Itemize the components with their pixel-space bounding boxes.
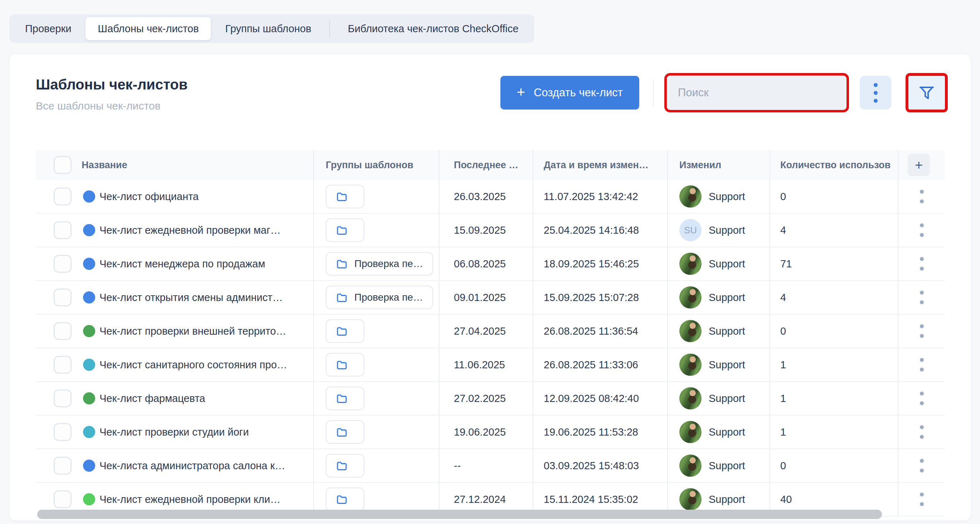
row-checkbox[interactable] [54,255,72,273]
avatar [679,253,702,275]
group-chip[interactable] [326,319,364,343]
modified-by-name: Support [709,325,745,337]
column-modified-by[interactable]: Изменил [679,159,721,171]
card-header: Шаблоны чек-листов Все шаблоны чек-листо… [36,76,945,112]
tab-checklist-templates[interactable]: Шаблоны чек-листов [86,17,211,40]
row-actions-button[interactable] [916,253,928,274]
tab-template-groups[interactable]: Группы шаблонов [213,17,323,40]
table-row[interactable]: Чек-лист санитарного состояния про… 11.0… [36,348,945,382]
row-actions-button[interactable] [916,287,928,308]
row-actions-button[interactable] [916,354,928,375]
group-chip[interactable] [326,387,364,410]
select-all-checkbox[interactable] [54,156,72,174]
column-name[interactable]: Название [82,159,127,171]
usage-count: 4 [780,225,786,236]
group-chip[interactable] [326,420,364,444]
row-checkbox[interactable] [54,423,72,441]
modified-datetime: 15.11.2024 15:35:02 [544,494,638,505]
template-name: Чек-листа администратора салона к… [100,460,285,472]
template-name: Чек-лист менеджера по продажам [100,258,265,270]
row-actions-button[interactable] [916,186,928,207]
table-row[interactable]: Чек-лист менеджера по продажам Проверка … [36,247,945,281]
template-name: Чек-лист проверки внешней террито… [100,325,286,337]
table-row[interactable]: Чек-лист ежедневной проверки маг… 15.09.… [36,214,945,247]
table-row[interactable]: Чек-листа администратора салона к… -- 03… [36,449,945,483]
table-row[interactable]: Чек-лист проверки внешней террито… 27.04… [36,315,945,348]
table-row[interactable]: Чек-лист открытия смены админист… Провер… [36,281,945,315]
avatar [679,354,702,376]
table-row[interactable]: Чек-лист фармацевта 27.02.2025 12.09.202… [36,382,945,416]
group-chip[interactable] [326,454,364,478]
last-date: -- [454,460,461,472]
group-chip[interactable] [326,487,364,511]
template-name: Чек-лист открытия смены админист… [100,292,283,304]
tab-checkoffice-library[interactable]: Библиотека чек-листов CheckOffice [336,17,531,40]
kebab-menu-icon [874,83,878,87]
group-chip[interactable] [326,218,364,242]
row-checkbox[interactable] [54,188,72,205]
modified-datetime: 03.09.2025 15:48:03 [544,460,639,472]
avatar [679,455,702,477]
row-actions-button[interactable] [916,388,928,409]
row-actions-button[interactable] [916,220,928,240]
template-name: Чек-лист ежедневной проверки кли… [100,494,281,505]
column-usage-count[interactable]: Количество использов [780,159,891,171]
group-chip[interactable]: Проверка пе… [326,252,433,276]
folder-icon [336,426,348,438]
group-chip[interactable]: Проверка пе… [326,286,433,309]
folder-icon [336,325,348,337]
last-date: 27.12.2024 [454,494,506,505]
modified-by-name: Support [709,393,745,405]
avatar [679,421,702,443]
horizontal-scrollbar-thumb[interactable] [37,510,882,519]
tab-checks[interactable]: Проверки [13,17,83,40]
modified-by-name: Support [709,191,745,202]
status-dot-icon [83,460,95,472]
column-template-groups[interactable]: Группы шаблонов [326,159,414,171]
avatar [679,488,702,510]
row-checkbox[interactable] [54,356,72,374]
group-chip[interactable] [326,185,364,208]
template-name: Чек-лист санитарного состояния про… [100,359,287,371]
row-checkbox[interactable] [54,288,72,306]
modified-datetime: 26.08.2025 11:36:54 [544,325,638,337]
last-date: 09.01.2025 [454,292,506,304]
filter-funnel-icon [918,84,935,101]
table-row[interactable]: Чек-лист проверки студии йоги 19.06.2025… [36,416,945,449]
tab-divider [329,20,330,37]
row-checkbox[interactable] [54,491,72,508]
row-checkbox[interactable] [54,389,72,407]
table-row[interactable]: Чек-лист официанта 26.03.2025 11.07.2025… [36,180,945,214]
usage-count: 4 [780,292,786,304]
status-dot-icon [83,358,95,371]
row-actions-button[interactable] [916,422,928,443]
status-dot-icon [83,392,95,405]
status-dot-icon [83,493,95,505]
template-name: Чек-лист проверки студии йоги [100,426,249,438]
row-checkbox[interactable] [54,457,72,475]
template-name: Чек-лист фармацевта [100,393,205,405]
row-actions-button[interactable] [916,321,928,341]
column-last[interactable]: Последнее … [454,159,518,171]
status-dot-icon [83,224,95,236]
row-checkbox[interactable] [54,221,72,239]
add-column-button[interactable]: + [908,154,930,176]
avatar [679,320,702,342]
table-header-row: Название Группы шаблонов Последнее … Дат… [36,150,945,180]
row-actions-button[interactable] [916,489,928,510]
search-input[interactable] [667,76,846,110]
group-chip[interactable] [326,353,364,376]
row-checkbox[interactable] [54,322,72,340]
create-checklist-button[interactable]: + Создать чек-лист [500,76,639,110]
row-actions-button[interactable] [916,455,928,476]
avatar [679,185,702,208]
modified-by-name: Support [709,225,745,236]
templates-table: Название Группы шаблонов Последнее … Дат… [36,150,945,516]
status-dot-icon [83,426,95,438]
more-options-button[interactable] [860,76,891,110]
column-modified-datetime[interactable]: Дата и время измен… [544,159,649,171]
status-dot-icon [83,291,95,304]
group-chip-label: Проверка пе… [354,258,423,269]
filter-button[interactable] [908,76,945,110]
last-date: 19.06.2025 [454,426,506,438]
